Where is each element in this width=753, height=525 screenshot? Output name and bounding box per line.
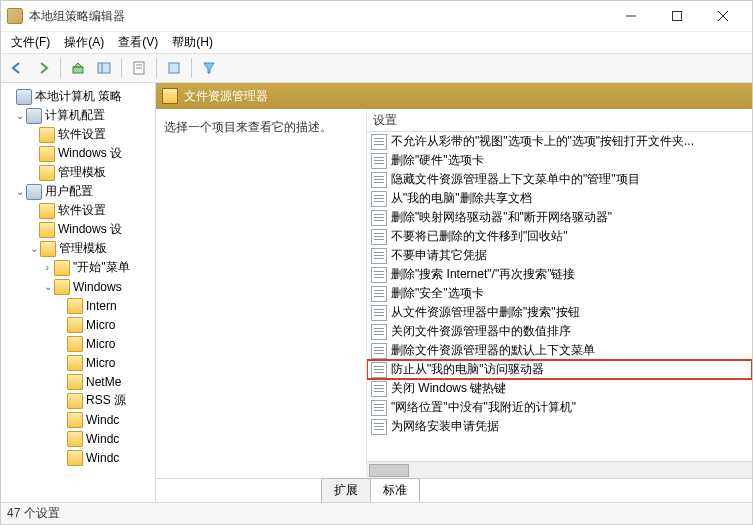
titlebar: 本地组策略编辑器 xyxy=(1,1,752,31)
help-button[interactable] xyxy=(162,56,186,80)
show-hide-button[interactable] xyxy=(92,56,116,80)
setting-row[interactable]: 删除"搜索 Internet"/"再次搜索"链接 xyxy=(367,265,752,284)
policy-icon xyxy=(371,229,387,245)
expand-icon[interactable]: ⌄ xyxy=(13,110,26,121)
back-button[interactable] xyxy=(5,56,29,80)
close-button[interactable] xyxy=(700,1,746,31)
tree-windows[interactable]: ⌄Windows xyxy=(1,277,155,296)
folder-icon xyxy=(67,393,83,409)
setting-row[interactable]: 删除"映射网络驱动器"和"断开网络驱动器" xyxy=(367,208,752,227)
setting-row[interactable]: 防止从"我的电脑"访问驱动器 xyxy=(367,360,752,379)
svg-rect-7 xyxy=(169,63,179,73)
tree-view[interactable]: 本地计算机 策略 ⌄计算机配置 软件设置 Windows 设 管理模板 ⌄用户配… xyxy=(1,83,156,502)
forward-button[interactable] xyxy=(31,56,55,80)
view-tabs: 扩展 标准 xyxy=(156,478,752,502)
filter-button[interactable] xyxy=(197,56,221,80)
folder-icon xyxy=(67,355,83,371)
up-button[interactable] xyxy=(66,56,90,80)
expand-icon[interactable]: ⌄ xyxy=(41,281,54,292)
tree-item[interactable]: Windc xyxy=(1,448,155,467)
tree-start-menu[interactable]: ›"开始"菜单 xyxy=(1,258,155,277)
menu-file[interactable]: 文件(F) xyxy=(5,32,56,53)
tree-admin-templates[interactable]: ⌄管理模板 xyxy=(1,239,155,258)
setting-row[interactable]: 隐藏文件资源管理器上下文菜单中的"管理"项目 xyxy=(367,170,752,189)
properties-button[interactable] xyxy=(127,56,151,80)
content-header: 文件资源管理器 xyxy=(156,83,752,109)
folder-icon xyxy=(39,146,55,162)
setting-row[interactable]: 删除文件资源管理器的默认上下文菜单 xyxy=(367,341,752,360)
tree-item[interactable]: 软件设置 xyxy=(1,201,155,220)
setting-row[interactable]: 关闭文件资源管理器中的数值排序 xyxy=(367,322,752,341)
menu-help[interactable]: 帮助(H) xyxy=(166,32,219,53)
tab-extended[interactable]: 扩展 xyxy=(321,478,371,502)
svg-rect-1 xyxy=(73,67,83,73)
setting-row[interactable]: 从"我的电脑"删除共享文档 xyxy=(367,189,752,208)
expand-icon[interactable]: › xyxy=(41,262,54,273)
policy-icon xyxy=(371,305,387,321)
policy-icon xyxy=(371,381,387,397)
folder-icon xyxy=(39,127,55,143)
tree-root[interactable]: 本地计算机 策略 xyxy=(1,87,155,106)
folder-icon xyxy=(67,317,83,333)
tree-item[interactable]: Micro xyxy=(1,334,155,353)
setting-row[interactable]: 删除"硬件"选项卡 xyxy=(367,151,752,170)
tree-item[interactable]: NetMe xyxy=(1,372,155,391)
policy-icon xyxy=(371,210,387,226)
policy-icon xyxy=(371,267,387,283)
tab-standard[interactable]: 标准 xyxy=(370,478,420,502)
policy-icon xyxy=(371,153,387,169)
tree-item[interactable]: RSS 源 xyxy=(1,391,155,410)
expand-icon[interactable]: ⌄ xyxy=(27,243,40,254)
tree-computer-config[interactable]: ⌄计算机配置 xyxy=(1,106,155,125)
window-title: 本地组策略编辑器 xyxy=(29,8,608,25)
tree-item[interactable]: Intern xyxy=(1,296,155,315)
tree-item[interactable]: Windows 设 xyxy=(1,220,155,239)
content-title: 文件资源管理器 xyxy=(184,88,268,105)
tree-item[interactable]: Windc xyxy=(1,410,155,429)
folder-icon xyxy=(162,88,178,104)
setting-row[interactable]: 删除"安全"选项卡 xyxy=(367,284,752,303)
tree-item[interactable]: Windows 设 xyxy=(1,144,155,163)
policy-icon xyxy=(371,172,387,188)
policy-icon xyxy=(371,343,387,359)
computer-icon xyxy=(16,89,32,105)
setting-row[interactable]: 关闭 Windows 键热键 xyxy=(367,379,752,398)
menu-view[interactable]: 查看(V) xyxy=(112,32,164,53)
menu-action[interactable]: 操作(A) xyxy=(58,32,110,53)
expand-icon[interactable]: ⌄ xyxy=(13,186,26,197)
folder-icon xyxy=(39,203,55,219)
tree-user-config[interactable]: ⌄用户配置 xyxy=(1,182,155,201)
settings-list[interactable]: 不允许从彩带的"视图"选项卡上的"选项"按钮打开文件夹...删除"硬件"选项卡隐… xyxy=(367,132,752,461)
folder-icon xyxy=(39,222,55,238)
tree-item[interactable]: Micro xyxy=(1,315,155,334)
minimize-button[interactable] xyxy=(608,1,654,31)
scroll-thumb[interactable] xyxy=(369,464,409,477)
setting-row[interactable]: 不要将已删除的文件移到"回收站" xyxy=(367,227,752,246)
policy-icon xyxy=(371,362,387,378)
menubar: 文件(F) 操作(A) 查看(V) 帮助(H) xyxy=(1,31,752,53)
setting-row[interactable]: 为网络安装申请凭据 xyxy=(367,417,752,436)
svg-rect-0 xyxy=(673,12,682,21)
status-bar: 47 个设置 xyxy=(1,502,752,524)
horizontal-scrollbar[interactable] xyxy=(367,461,752,478)
tree-item[interactable]: 软件设置 xyxy=(1,125,155,144)
tree-item[interactable]: 管理模板 xyxy=(1,163,155,182)
setting-row[interactable]: "网络位置"中没有"我附近的计算机" xyxy=(367,398,752,417)
folder-icon xyxy=(67,450,83,466)
description-pane: 选择一个项目来查看它的描述。 xyxy=(156,109,366,478)
policy-icon xyxy=(371,324,387,340)
folder-icon xyxy=(67,412,83,428)
policy-icon xyxy=(371,286,387,302)
column-header-setting[interactable]: 设置 xyxy=(367,109,752,132)
tree-item[interactable]: Micro xyxy=(1,353,155,372)
computer-icon xyxy=(26,108,42,124)
folder-icon xyxy=(67,298,83,314)
setting-row[interactable]: 从文件资源管理器中删除"搜索"按钮 xyxy=(367,303,752,322)
folder-icon xyxy=(54,279,70,295)
tree-item[interactable]: Windc xyxy=(1,429,155,448)
setting-row[interactable]: 不允许从彩带的"视图"选项卡上的"选项"按钮打开文件夹... xyxy=(367,132,752,151)
policy-icon xyxy=(371,419,387,435)
policy-icon xyxy=(371,400,387,416)
maximize-button[interactable] xyxy=(654,1,700,31)
setting-row[interactable]: 不要申请其它凭据 xyxy=(367,246,752,265)
